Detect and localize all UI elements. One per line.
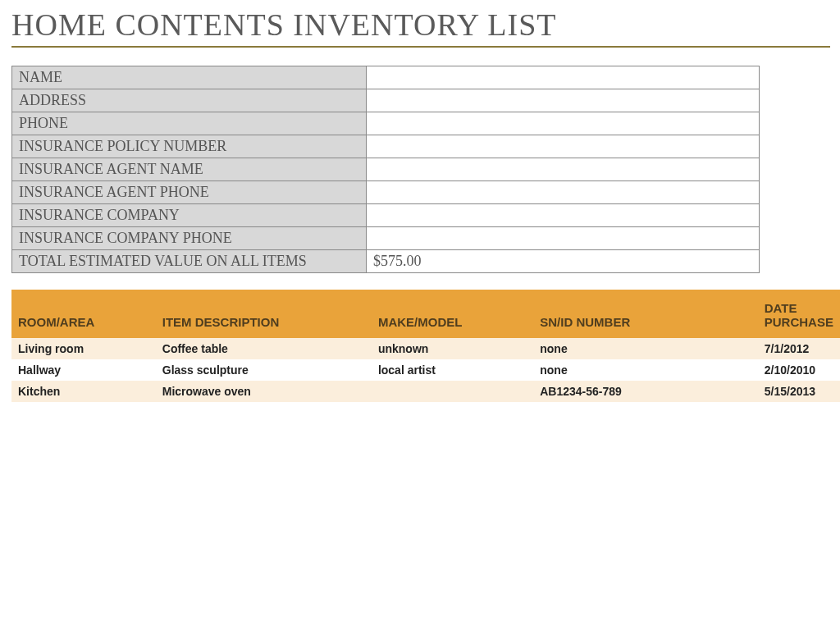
cell-room[interactable]: Kitchen: [11, 381, 156, 402]
info-row: INSURANCE COMPANY: [12, 204, 760, 227]
col-header-description: ITEM DESCRIPTION: [156, 290, 372, 338]
info-row: INSURANCE AGENT PHONE: [12, 181, 760, 204]
col-header-make-model: MAKE/MODEL: [372, 290, 533, 338]
info-value[interactable]: [367, 112, 760, 135]
title-rule: [11, 46, 830, 48]
info-row: ADDRESS: [12, 89, 760, 112]
col-header-date-purchased: DATE PURCHASE: [758, 290, 840, 338]
col-header-room: ROOM/AREA: [11, 290, 156, 338]
info-row: INSURANCE COMPANY PHONE: [12, 227, 760, 250]
info-value[interactable]: [367, 227, 760, 250]
inventory-table: ROOM/AREA ITEM DESCRIPTION MAKE/MODEL SN…: [11, 290, 840, 402]
info-label: INSURANCE AGENT NAME: [12, 158, 367, 181]
page-title: HOME CONTENTS INVENTORY LIST: [11, 7, 840, 44]
cell-description[interactable]: Coffee table: [156, 338, 372, 359]
info-row: INSURANCE AGENT NAME: [12, 158, 760, 181]
cell-room[interactable]: Living room: [11, 338, 156, 359]
cell-sn-id[interactable]: AB1234-56-789: [533, 381, 758, 402]
info-label: INSURANCE COMPANY: [12, 204, 367, 227]
info-label: ADDRESS: [12, 89, 367, 112]
info-value: $575.00: [367, 250, 760, 273]
info-label: INSURANCE POLICY NUMBER: [12, 135, 367, 158]
info-value[interactable]: [367, 158, 760, 181]
inventory-row: Hallway Glass sculpture local artist non…: [11, 359, 840, 381]
cell-date[interactable]: 2/10/2010: [758, 359, 840, 381]
info-label: TOTAL ESTIMATED VALUE ON ALL ITEMS: [12, 250, 367, 273]
cell-description[interactable]: Microwave oven: [156, 381, 372, 402]
info-row: NAME: [12, 66, 760, 89]
inventory-row: Kitchen Microwave oven AB1234-56-789 5/1…: [11, 381, 840, 402]
info-label: INSURANCE COMPANY PHONE: [12, 227, 367, 250]
cell-make-model[interactable]: unknown: [372, 338, 533, 359]
col-header-sn-id: SN/ID NUMBER: [533, 290, 758, 338]
cell-room[interactable]: Hallway: [11, 359, 156, 381]
inventory-header-row: ROOM/AREA ITEM DESCRIPTION MAKE/MODEL SN…: [11, 290, 840, 338]
info-value[interactable]: [367, 66, 760, 89]
info-label: INSURANCE AGENT PHONE: [12, 181, 367, 204]
info-table: NAME ADDRESS PHONE INSURANCE POLICY NUMB…: [11, 66, 760, 273]
inventory-row: Living room Coffee table unknown none 7/…: [11, 338, 840, 359]
info-label: PHONE: [12, 112, 367, 135]
info-value[interactable]: [367, 204, 760, 227]
info-row: PHONE: [12, 112, 760, 135]
cell-date[interactable]: 7/1/2012: [758, 338, 840, 359]
info-value[interactable]: [367, 89, 760, 112]
cell-sn-id[interactable]: none: [533, 359, 758, 381]
cell-sn-id[interactable]: none: [533, 338, 758, 359]
document-page: HOME CONTENTS INVENTORY LIST NAME ADDRES…: [0, 0, 840, 402]
cell-date[interactable]: 5/15/2013: [758, 381, 840, 402]
info-row: INSURANCE POLICY NUMBER: [12, 135, 760, 158]
cell-description[interactable]: Glass sculpture: [156, 359, 372, 381]
info-row: TOTAL ESTIMATED VALUE ON ALL ITEMS $575.…: [12, 250, 760, 273]
cell-make-model[interactable]: local artist: [372, 359, 533, 381]
info-value[interactable]: [367, 135, 760, 158]
info-value[interactable]: [367, 181, 760, 204]
info-label: NAME: [12, 66, 367, 89]
cell-make-model[interactable]: [372, 381, 533, 402]
